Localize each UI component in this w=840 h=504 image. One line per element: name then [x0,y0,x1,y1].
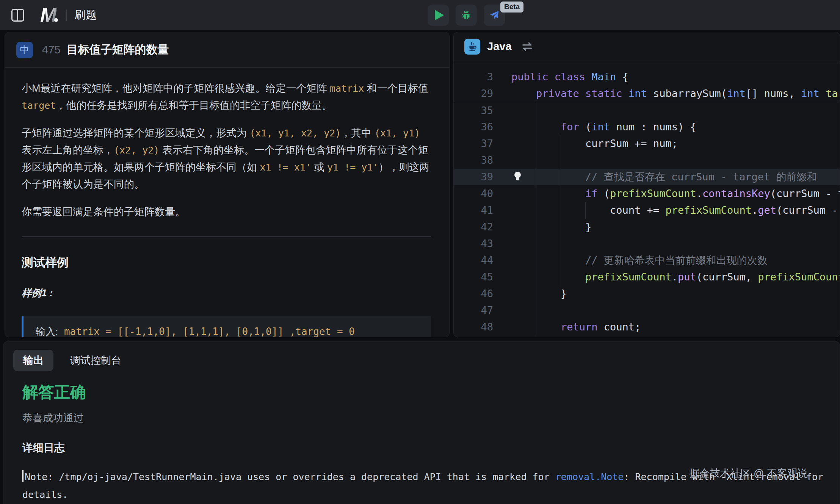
code-token: . [672,271,678,283]
problem-body: 小M最近在研究矩阵，他对矩阵中的子矩阵很感兴趣。给定一个矩阵 matrix 和一… [5,68,449,337]
section-divider [22,236,431,237]
code-token: // 查找是否存在 currSum - target 的前缀和 [511,171,817,183]
paragraph-text: 表示左上角的坐标， [22,144,114,156]
code-token: int [727,88,746,99]
code-token: private static [536,88,628,99]
code-line[interactable]: 37 currSum += num; [454,135,840,152]
code-token: subarraySum( [647,88,727,99]
code-line[interactable]: 44 // 更新哈希表中当前前缀和出现的次数 [454,252,840,269]
log-link[interactable]: removal.Note [555,471,624,482]
lightbulb-icon[interactable] [514,172,521,178]
code-token: } [511,288,567,299]
line-number: 42 [454,219,493,235]
result-subtitle: 恭喜成功通过 [22,411,840,425]
language-label: Java [487,40,512,53]
code-line[interactable]: 41 count += prefixSumCount.get(currSum -… [454,202,840,219]
code-token: prefixSumCount [758,271,840,283]
code-token: (currSum - tar [770,188,840,199]
editor-header: Java [454,32,840,61]
run-button[interactable] [428,5,449,26]
output-content: 解答正确 恭喜成功通过 详细日志 Note: /tmp/oj-java/Test… [3,382,840,504]
indent-guide [561,135,561,285]
inline-code: (x1, y1) [375,128,420,139]
sample-code-block: 输入: matrix = [[-1,1,0], [1,1,1], [0,1,0]… [22,316,431,337]
code-line[interactable]: 46 } [454,285,840,302]
code-token: num [610,121,635,133]
code-token: ( [598,188,610,199]
code-token: { [616,71,628,83]
difficulty-badge: 中 [16,42,33,58]
code-line[interactable]: 43 [454,235,840,252]
code-line[interactable]: 38 [454,152,840,169]
code-token: prefixSumCount [610,188,696,199]
code-line-text: private static int subarraySum(int[] num… [511,85,840,102]
sidebar-toggle-icon[interactable] [11,9,24,22]
code-token: : nums) { [635,121,696,133]
code-line-text: } [511,219,591,235]
inline-code: (x2, y2) [114,145,159,156]
code-line[interactable]: 3public class Main { [454,69,840,85]
code-token: [] [746,88,764,99]
inline-code: matrix [330,83,364,94]
code-token: (currSum - ta [776,204,840,216]
code-line[interactable]: 47 [454,302,840,319]
paragraph-text: 你需要返回满足条件的子矩阵数量。 [22,206,185,218]
code-line[interactable]: 35 [454,102,840,119]
problem-paragraphs: 小M最近在研究矩阵，他对矩阵中的子矩阵很感兴趣。给定一个矩阵 matrix 和一… [22,80,431,221]
code-token: . [696,188,702,199]
line-number: 29 [454,85,493,102]
code-line[interactable]: 40 if (prefixSumCount.containsKey(currSu… [454,185,840,202]
code-token: int [628,88,647,99]
problem-paragraph: 你需要返回满足条件的子矩阵数量。 [22,203,431,221]
code-token: // 更新哈希表中当前前缀和出现的次数 [511,254,768,266]
code-token: prefixSumCount [585,271,672,283]
tab-output[interactable]: 输出 [13,350,53,371]
code-line-text: public class Main { [511,69,628,85]
log-heading: 详细日志 [22,441,840,455]
code-line-text: } [511,285,567,302]
problem-paragraph: 子矩阵通过选择矩阵的某个矩形区域定义，形式为 (x1, y1, x2, y2)，… [22,125,431,193]
problem-paragraph: 小M最近在研究矩阵，他对矩阵中的子矩阵很感兴趣。给定一个矩阵 matrix 和一… [22,80,431,114]
switch-language-icon[interactable] [521,41,534,52]
app-title: 刷题 [74,8,97,23]
result-title: 解答正确 [22,382,840,403]
code-token: (currSum, [696,271,758,283]
problem-id: 475 [42,44,60,56]
code-line[interactable]: 39 // 查找是否存在 currSum - target 的前缀和 [454,169,840,185]
indent-guide [536,102,536,335]
app-logo[interactable]: M [40,5,56,25]
text-cursor [22,470,24,482]
top-bar: M 刷题 Beta [0,0,840,30]
code-token: put [678,271,696,283]
java-icon [464,39,480,55]
code-token: . [752,204,758,216]
bug-icon [461,9,472,21]
watermark: 掘金技术社区 @ 不客观说 [690,466,808,480]
inline-code: (x1, y1, x2, y2) [250,128,341,139]
tab-debug-console[interactable]: 调试控制台 [70,354,121,367]
code-token: Main [591,71,616,83]
code-token: count += [511,204,665,216]
paragraph-text: ，其中 [341,127,375,139]
code-token: prefixSumCount [665,204,752,216]
code-token: , [789,88,801,99]
code-token: targe [820,88,840,99]
code-line-text: // 更新哈希表中当前前缀和出现的次数 [511,252,768,269]
inline-code: target [22,100,56,111]
debug-button[interactable] [456,5,477,26]
code-line[interactable]: 29 private static int subarraySum(int[] … [454,85,840,102]
code-token: ( [579,121,592,133]
sample-label: 样例1 : [22,285,431,302]
line-number: 35 [454,102,493,119]
code-editor[interactable]: 3public class Main {29 private static in… [454,61,840,335]
code-line[interactable]: 48 return count; [454,319,840,335]
code-line-text: return count; [511,319,641,335]
inline-code: x1 != x1' [260,162,311,173]
code-line[interactable]: 36 for (int num : nums) { [454,119,840,135]
code-line[interactable]: 45 prefixSumCount.put(currSum, prefixSum… [454,269,840,285]
code-token: if [585,188,598,199]
code-token: for [561,121,579,133]
line-number: 36 [454,119,493,135]
problem-header: 中 475 目标值子矩阵的数量 [5,32,449,68]
code-line[interactable]: 42 } [454,219,840,235]
